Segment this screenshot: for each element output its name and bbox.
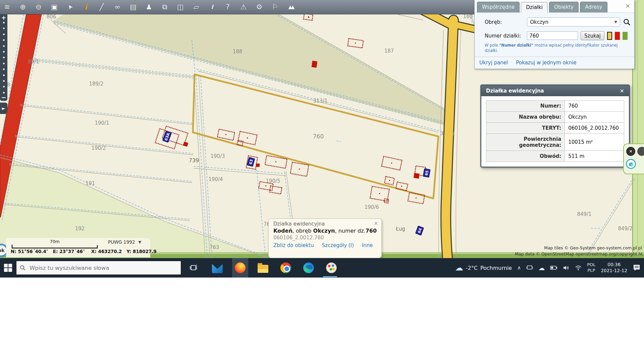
taskbar-app-mail[interactable] xyxy=(209,258,225,278)
layers-icon[interactable]: ≋ xyxy=(3,2,11,12)
print-icon[interactable]: ▤ xyxy=(129,2,138,12)
zoom-slider-dot[interactable] xyxy=(3,45,5,47)
measure-icon[interactable]: ╱ xyxy=(97,2,106,12)
weather-desc: Pochmurnie xyxy=(480,265,512,271)
close-icon[interactable]: ✕ xyxy=(374,221,378,227)
hide-panel-link[interactable]: Ukryj panel xyxy=(479,60,508,66)
table-row: Powierzchnia geometryczna:10015 m² xyxy=(486,134,624,151)
popup-link[interactable]: Zbliż do obiektu xyxy=(273,242,314,248)
task-view-button[interactable] xyxy=(186,258,202,278)
popup-parcel-id: 060106_2.0012.760 xyxy=(273,235,377,241)
zoom-slider-dot[interactable] xyxy=(3,51,5,53)
tab-adresy[interactable]: Adresy xyxy=(580,2,607,12)
cast-screen-icon[interactable] xyxy=(526,265,533,271)
tab-współrzędne[interactable]: Współrzędne xyxy=(477,2,520,12)
map-parcel-label: 739 xyxy=(189,157,199,164)
map-parcel-label: 190/6 xyxy=(364,204,379,210)
zoom-slider-minus[interactable]: − xyxy=(1,94,6,101)
zoom-out-icon[interactable]: ⊖ xyxy=(34,2,43,12)
zoom-slider-dot[interactable] xyxy=(3,80,5,82)
parcel-number-input[interactable] xyxy=(527,32,578,40)
zoom-slider-plus[interactable]: + xyxy=(1,14,6,21)
taskbar-search[interactable] xyxy=(16,261,181,275)
obreb-label: Obręb: xyxy=(485,19,524,25)
taskbar-clock[interactable]: 00:36 2021-12-12 xyxy=(601,262,627,274)
terrain-icon[interactable]: ▲▲ xyxy=(286,2,295,12)
compare-windows-icon[interactable]: ⧉ xyxy=(160,2,169,12)
map-parcel-label: 849/1 xyxy=(577,211,591,217)
tray-chevron-icon[interactable]: ∧ xyxy=(517,265,521,271)
close-icon[interactable]: ✕ xyxy=(626,147,635,156)
zoom-slider-dot[interactable] xyxy=(3,27,5,29)
e-map-widget: ✕ e xyxy=(623,143,644,174)
taskbar-weather[interactable]: ☁ -2°C Pochmurnie xyxy=(455,263,512,273)
zoom-slider-dot[interactable] xyxy=(3,74,5,76)
color-swatch-orange[interactable] xyxy=(607,32,612,40)
close-icon[interactable]: ✕ xyxy=(620,88,624,94)
taskbar-app-paint[interactable] xyxy=(323,258,339,278)
map-parcel-label: 806 xyxy=(47,14,56,20)
taskbar-app-edge[interactable] xyxy=(301,258,317,278)
e-logo-icon[interactable]: e xyxy=(626,159,636,169)
single-window-link[interactable]: Pokazuj w jednym oknie xyxy=(516,60,576,66)
map-parcel-label: 192 xyxy=(75,226,85,232)
zoom-slider-dot[interactable] xyxy=(3,63,5,64)
color-swatch-red[interactable] xyxy=(615,32,620,40)
panel-hint: W pole "Numer działki" można wpisać pełn… xyxy=(485,43,631,53)
notification-center-icon[interactable] xyxy=(633,264,641,272)
screen-bottom-blank xyxy=(0,278,644,362)
marker-drop-icon[interactable]: ♟ xyxy=(145,2,153,12)
help-icon[interactable]: ? xyxy=(223,2,232,12)
info-icon[interactable]: i xyxy=(82,2,90,12)
tab-obiekty[interactable]: Obiekty xyxy=(549,2,579,12)
map-location-icon[interactable]: ⚐ xyxy=(271,2,279,12)
popup-link[interactable]: Inne xyxy=(362,242,373,248)
zoom-in-icon[interactable]: ⊕ xyxy=(18,2,27,12)
polygon-select-icon[interactable]: ▱ xyxy=(192,2,201,12)
panel-expand-arrow[interactable]: ► xyxy=(0,103,7,114)
map-parcel-label: 3 xyxy=(440,130,443,136)
chrome-icon xyxy=(280,262,291,273)
zoom-slider-dot[interactable] xyxy=(3,34,5,35)
settings-icon[interactable]: ⚙ xyxy=(255,2,264,12)
mail-icon xyxy=(212,262,223,273)
numer-label: Numer działki: xyxy=(485,33,524,39)
start-button[interactable] xyxy=(0,258,16,278)
full-extent-icon[interactable]: ▣ xyxy=(50,2,59,12)
zoom-slider-dot[interactable] xyxy=(3,92,5,94)
zoom-slider-dot[interactable] xyxy=(3,39,5,41)
layout-split-icon[interactable]: ◫ xyxy=(176,2,185,12)
network-wifi-icon[interactable] xyxy=(575,265,582,270)
taskbar-app-chrome[interactable] xyxy=(278,258,294,278)
zoom-slider-dot[interactable] xyxy=(3,22,5,23)
zoom-slider-dot[interactable] xyxy=(3,68,5,70)
hatch-icon[interactable]: /// xyxy=(208,2,216,12)
close-icon[interactable]: ✕ xyxy=(626,3,630,9)
zoom-slider-dot[interactable] xyxy=(3,86,5,87)
taskbar-app-firefox[interactable] xyxy=(232,258,248,278)
link-icon[interactable]: ∞ xyxy=(113,2,122,12)
edge-icon xyxy=(303,262,314,273)
chevron-down-icon[interactable]: ▼ xyxy=(138,240,141,244)
onedrive-cloud-icon[interactable]: ☁ xyxy=(538,264,545,272)
zoom-slider-track[interactable] xyxy=(3,21,5,94)
search-input[interactable] xyxy=(29,264,177,272)
language-indicator[interactable]: POL PLP xyxy=(587,262,595,274)
select-cursor-icon[interactable]: ➤ xyxy=(63,1,76,14)
map-parcel-label: 313/1 xyxy=(313,98,327,104)
warning-icon[interactable]: ⚠ xyxy=(239,2,248,12)
zoom-slider[interactable]: + − xyxy=(0,14,7,101)
tab-działki[interactable]: Działki xyxy=(521,2,548,13)
projection-label[interactable]: PUWG 1992 xyxy=(108,239,135,245)
battery-icon[interactable] xyxy=(550,265,557,270)
table-row: Obwód:511 m xyxy=(486,151,624,162)
color-swatch-green[interactable] xyxy=(623,32,628,40)
search-icon[interactable] xyxy=(623,18,631,26)
map-parcel-label: 187 xyxy=(384,48,394,54)
taskbar-app-explorer[interactable] xyxy=(255,258,271,278)
zoom-slider-dot[interactable] xyxy=(3,57,5,58)
szukaj-button[interactable]: Szukaj xyxy=(581,31,604,40)
obreb-select[interactable]: Okczyn ▼ xyxy=(527,17,620,26)
speaker-icon[interactable] xyxy=(563,265,570,270)
popup-link[interactable]: Szczegóły (I) xyxy=(322,242,354,248)
